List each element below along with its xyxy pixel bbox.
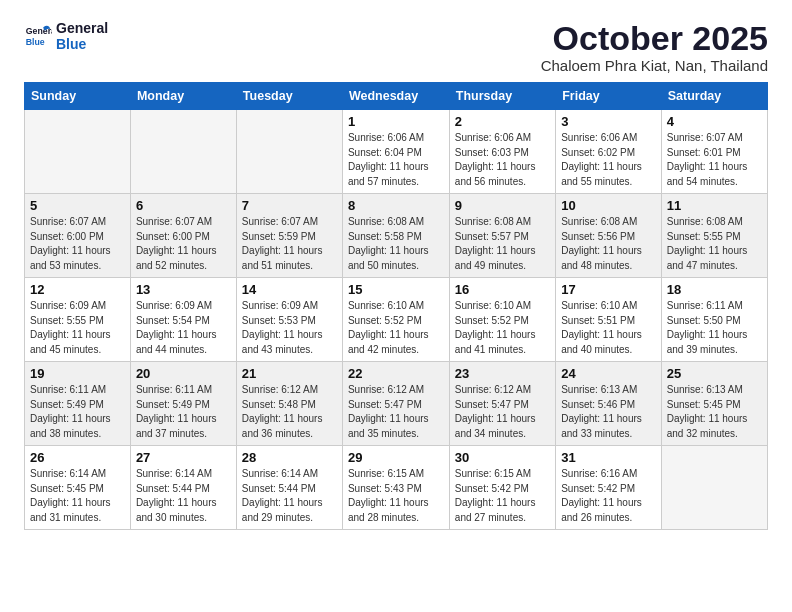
calendar-cell (661, 446, 767, 530)
calendar-cell: 15Sunrise: 6:10 AM Sunset: 5:52 PM Dayli… (342, 278, 449, 362)
day-number: 8 (348, 198, 444, 213)
calendar-week-row: 19Sunrise: 6:11 AM Sunset: 5:49 PM Dayli… (25, 362, 768, 446)
logo-text-general: General (56, 20, 108, 36)
day-number: 2 (455, 114, 550, 129)
calendar-cell: 5Sunrise: 6:07 AM Sunset: 6:00 PM Daylig… (25, 194, 131, 278)
day-info: Sunrise: 6:11 AM Sunset: 5:49 PM Dayligh… (136, 383, 231, 441)
calendar-cell: 25Sunrise: 6:13 AM Sunset: 5:45 PM Dayli… (661, 362, 767, 446)
weekday-header-friday: Friday (556, 83, 662, 110)
day-number: 12 (30, 282, 125, 297)
weekday-header-tuesday: Tuesday (236, 83, 342, 110)
calendar-table: SundayMondayTuesdayWednesdayThursdayFrid… (24, 82, 768, 530)
day-number: 27 (136, 450, 231, 465)
calendar-week-row: 12Sunrise: 6:09 AM Sunset: 5:55 PM Dayli… (25, 278, 768, 362)
day-number: 11 (667, 198, 762, 213)
day-info: Sunrise: 6:15 AM Sunset: 5:43 PM Dayligh… (348, 467, 444, 525)
day-info: Sunrise: 6:07 AM Sunset: 6:01 PM Dayligh… (667, 131, 762, 189)
day-info: Sunrise: 6:09 AM Sunset: 5:54 PM Dayligh… (136, 299, 231, 357)
day-number: 31 (561, 450, 656, 465)
day-info: Sunrise: 6:12 AM Sunset: 5:47 PM Dayligh… (348, 383, 444, 441)
day-number: 1 (348, 114, 444, 129)
day-number: 22 (348, 366, 444, 381)
day-info: Sunrise: 6:14 AM Sunset: 5:44 PM Dayligh… (242, 467, 337, 525)
day-info: Sunrise: 6:16 AM Sunset: 5:42 PM Dayligh… (561, 467, 656, 525)
day-number: 10 (561, 198, 656, 213)
calendar-cell: 2Sunrise: 6:06 AM Sunset: 6:03 PM Daylig… (449, 110, 555, 194)
day-number: 16 (455, 282, 550, 297)
day-number: 9 (455, 198, 550, 213)
calendar-cell: 18Sunrise: 6:11 AM Sunset: 5:50 PM Dayli… (661, 278, 767, 362)
calendar-cell: 14Sunrise: 6:09 AM Sunset: 5:53 PM Dayli… (236, 278, 342, 362)
weekday-header-thursday: Thursday (449, 83, 555, 110)
day-info: Sunrise: 6:12 AM Sunset: 5:47 PM Dayligh… (455, 383, 550, 441)
page: General Blue General Blue October 2025 C… (0, 0, 792, 550)
weekday-header-saturday: Saturday (661, 83, 767, 110)
day-info: Sunrise: 6:14 AM Sunset: 5:45 PM Dayligh… (30, 467, 125, 525)
day-info: Sunrise: 6:06 AM Sunset: 6:04 PM Dayligh… (348, 131, 444, 189)
day-number: 17 (561, 282, 656, 297)
day-info: Sunrise: 6:10 AM Sunset: 5:52 PM Dayligh… (348, 299, 444, 357)
calendar-cell: 22Sunrise: 6:12 AM Sunset: 5:47 PM Dayli… (342, 362, 449, 446)
day-number: 30 (455, 450, 550, 465)
day-number: 19 (30, 366, 125, 381)
title-block: October 2025 Chaloem Phra Kiat, Nan, Tha… (541, 20, 768, 74)
calendar-cell: 20Sunrise: 6:11 AM Sunset: 5:49 PM Dayli… (130, 362, 236, 446)
day-info: Sunrise: 6:07 AM Sunset: 6:00 PM Dayligh… (136, 215, 231, 273)
day-info: Sunrise: 6:10 AM Sunset: 5:52 PM Dayligh… (455, 299, 550, 357)
calendar-cell: 27Sunrise: 6:14 AM Sunset: 5:44 PM Dayli… (130, 446, 236, 530)
calendar-cell: 13Sunrise: 6:09 AM Sunset: 5:54 PM Dayli… (130, 278, 236, 362)
calendar-cell: 11Sunrise: 6:08 AM Sunset: 5:55 PM Dayli… (661, 194, 767, 278)
calendar-cell: 23Sunrise: 6:12 AM Sunset: 5:47 PM Dayli… (449, 362, 555, 446)
day-number: 26 (30, 450, 125, 465)
day-info: Sunrise: 6:08 AM Sunset: 5:55 PM Dayligh… (667, 215, 762, 273)
month-title: October 2025 (541, 20, 768, 57)
calendar-cell: 3Sunrise: 6:06 AM Sunset: 6:02 PM Daylig… (556, 110, 662, 194)
logo: General Blue General Blue (24, 20, 108, 52)
day-number: 6 (136, 198, 231, 213)
day-number: 13 (136, 282, 231, 297)
day-info: Sunrise: 6:09 AM Sunset: 5:55 PM Dayligh… (30, 299, 125, 357)
calendar-cell: 21Sunrise: 6:12 AM Sunset: 5:48 PM Dayli… (236, 362, 342, 446)
day-number: 20 (136, 366, 231, 381)
day-info: Sunrise: 6:14 AM Sunset: 5:44 PM Dayligh… (136, 467, 231, 525)
day-number: 14 (242, 282, 337, 297)
day-info: Sunrise: 6:08 AM Sunset: 5:56 PM Dayligh… (561, 215, 656, 273)
day-info: Sunrise: 6:06 AM Sunset: 6:03 PM Dayligh… (455, 131, 550, 189)
day-number: 7 (242, 198, 337, 213)
day-number: 24 (561, 366, 656, 381)
calendar-cell: 28Sunrise: 6:14 AM Sunset: 5:44 PM Dayli… (236, 446, 342, 530)
weekday-header-wednesday: Wednesday (342, 83, 449, 110)
calendar-cell: 17Sunrise: 6:10 AM Sunset: 5:51 PM Dayli… (556, 278, 662, 362)
calendar-cell: 4Sunrise: 6:07 AM Sunset: 6:01 PM Daylig… (661, 110, 767, 194)
weekday-header-row: SundayMondayTuesdayWednesdayThursdayFrid… (25, 83, 768, 110)
day-info: Sunrise: 6:10 AM Sunset: 5:51 PM Dayligh… (561, 299, 656, 357)
day-number: 15 (348, 282, 444, 297)
calendar-cell: 8Sunrise: 6:08 AM Sunset: 5:58 PM Daylig… (342, 194, 449, 278)
logo-icon: General Blue (24, 22, 52, 50)
calendar-cell: 19Sunrise: 6:11 AM Sunset: 5:49 PM Dayli… (25, 362, 131, 446)
logo-text-blue: Blue (56, 36, 108, 52)
calendar-week-row: 5Sunrise: 6:07 AM Sunset: 6:00 PM Daylig… (25, 194, 768, 278)
calendar-cell: 31Sunrise: 6:16 AM Sunset: 5:42 PM Dayli… (556, 446, 662, 530)
weekday-header-sunday: Sunday (25, 83, 131, 110)
day-number: 4 (667, 114, 762, 129)
header: General Blue General Blue October 2025 C… (24, 20, 768, 74)
svg-text:Blue: Blue (26, 37, 45, 47)
day-info: Sunrise: 6:06 AM Sunset: 6:02 PM Dayligh… (561, 131, 656, 189)
calendar-cell: 9Sunrise: 6:08 AM Sunset: 5:57 PM Daylig… (449, 194, 555, 278)
day-number: 25 (667, 366, 762, 381)
day-info: Sunrise: 6:07 AM Sunset: 5:59 PM Dayligh… (242, 215, 337, 273)
day-info: Sunrise: 6:09 AM Sunset: 5:53 PM Dayligh… (242, 299, 337, 357)
day-info: Sunrise: 6:12 AM Sunset: 5:48 PM Dayligh… (242, 383, 337, 441)
day-number: 5 (30, 198, 125, 213)
day-info: Sunrise: 6:15 AM Sunset: 5:42 PM Dayligh… (455, 467, 550, 525)
location: Chaloem Phra Kiat, Nan, Thailand (541, 57, 768, 74)
day-info: Sunrise: 6:11 AM Sunset: 5:49 PM Dayligh… (30, 383, 125, 441)
calendar-cell: 10Sunrise: 6:08 AM Sunset: 5:56 PM Dayli… (556, 194, 662, 278)
calendar-week-row: 1Sunrise: 6:06 AM Sunset: 6:04 PM Daylig… (25, 110, 768, 194)
calendar-cell (236, 110, 342, 194)
day-info: Sunrise: 6:08 AM Sunset: 5:57 PM Dayligh… (455, 215, 550, 273)
calendar-cell: 6Sunrise: 6:07 AM Sunset: 6:00 PM Daylig… (130, 194, 236, 278)
calendar-cell (25, 110, 131, 194)
day-info: Sunrise: 6:13 AM Sunset: 5:46 PM Dayligh… (561, 383, 656, 441)
